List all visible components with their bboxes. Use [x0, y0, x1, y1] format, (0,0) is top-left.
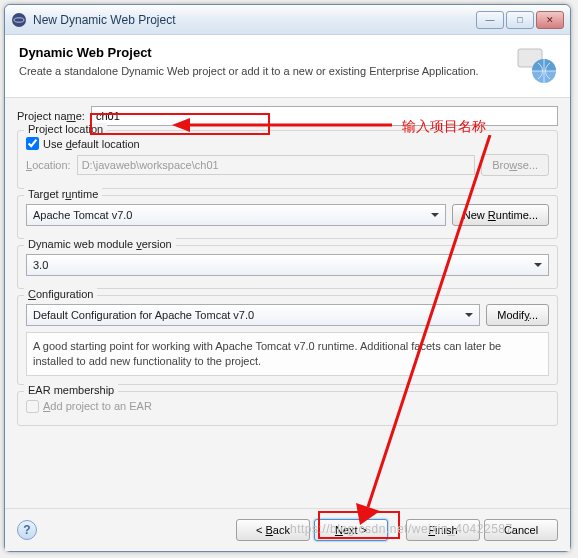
- browse-button: Browse...: [481, 154, 549, 176]
- project-name-label: Project name:: [17, 110, 85, 122]
- location-input: [77, 155, 475, 175]
- target-runtime-title: Target runtime: [24, 188, 102, 200]
- close-button[interactable]: ✕: [536, 11, 564, 29]
- minimize-button[interactable]: —: [476, 11, 504, 29]
- configuration-title: Configuration: [24, 288, 97, 300]
- maximize-button[interactable]: □: [506, 11, 534, 29]
- configuration-description: A good starting point for working with A…: [26, 332, 549, 376]
- back-button[interactable]: < Back: [236, 519, 310, 541]
- project-location-group: Project location Use default location Lo…: [17, 130, 558, 189]
- next-button[interactable]: Next >: [314, 519, 388, 541]
- cancel-button[interactable]: Cancel: [484, 519, 558, 541]
- add-to-ear-label: Add project to an EAR: [43, 400, 152, 412]
- eclipse-icon: [11, 12, 27, 28]
- target-runtime-group: Target runtime Apache Tomcat v7.0 New Ru…: [17, 195, 558, 239]
- page-title: Dynamic Web Project: [19, 45, 508, 60]
- modify-button[interactable]: Modify...: [486, 304, 549, 326]
- dialog-window: New Dynamic Web Project — □ ✕ Dynamic We…: [4, 4, 571, 552]
- add-to-ear-row: Add project to an EAR: [26, 400, 549, 413]
- use-default-row: Use default location: [26, 137, 549, 150]
- page-description: Create a standalone Dynamic Web project …: [19, 64, 508, 79]
- module-version-group: Dynamic web module version 3.0: [17, 245, 558, 289]
- titlebar: New Dynamic Web Project — □ ✕: [5, 5, 570, 35]
- globe-icon: [516, 45, 558, 87]
- wizard-footer: ? < Back Next > Finish Cancel: [5, 508, 570, 551]
- finish-button[interactable]: Finish: [406, 519, 480, 541]
- use-default-checkbox[interactable]: [26, 137, 39, 150]
- configuration-select[interactable]: Default Configuration for Apache Tomcat …: [26, 304, 480, 326]
- dialog-body: Project name: Project location Use defau…: [5, 97, 570, 508]
- ear-membership-group: EAR membership Add project to an EAR: [17, 391, 558, 426]
- help-icon[interactable]: ?: [17, 520, 37, 540]
- location-label: Location:: [26, 159, 71, 171]
- module-version-select[interactable]: 3.0: [26, 254, 549, 276]
- window-buttons: — □ ✕: [476, 11, 564, 29]
- configuration-group: Configuration Default Configuration for …: [17, 295, 558, 385]
- add-to-ear-checkbox: [26, 400, 39, 413]
- wizard-header: Dynamic Web Project Create a standalone …: [5, 35, 570, 97]
- location-row: Location: Browse...: [26, 154, 549, 176]
- ear-membership-title: EAR membership: [24, 384, 118, 396]
- module-version-title: Dynamic web module version: [24, 238, 176, 250]
- project-location-title: Project location: [24, 123, 107, 135]
- use-default-label: Use default location: [43, 138, 140, 150]
- project-name-input[interactable]: [91, 106, 558, 126]
- target-runtime-select[interactable]: Apache Tomcat v7.0: [26, 204, 446, 226]
- new-runtime-button[interactable]: New Runtime...: [452, 204, 549, 226]
- window-title: New Dynamic Web Project: [33, 13, 476, 27]
